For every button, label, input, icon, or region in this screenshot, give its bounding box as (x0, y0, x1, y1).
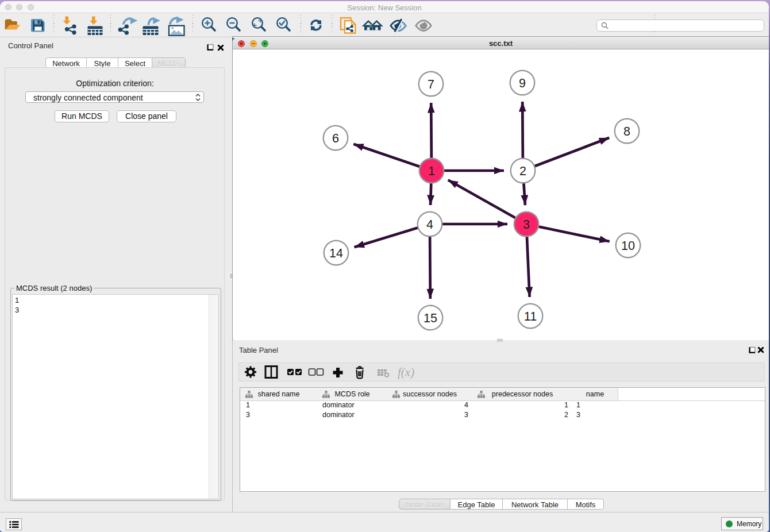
svg-text:15: 15 (424, 311, 437, 325)
svg-text:3: 3 (523, 218, 530, 232)
svg-text:10: 10 (621, 239, 635, 253)
svg-text:f(x): f(x) (398, 365, 414, 379)
svg-text:1: 1 (428, 164, 435, 178)
svg-text:11: 11 (524, 310, 537, 323)
svg-text:4: 4 (426, 218, 433, 232)
svg-text:9: 9 (519, 76, 526, 90)
svg-text:2: 2 (519, 164, 526, 178)
svg-text:6: 6 (332, 132, 339, 145)
svg-text:7: 7 (428, 78, 434, 91)
svg-text:14: 14 (329, 246, 343, 260)
svg-text:8: 8 (623, 125, 630, 138)
